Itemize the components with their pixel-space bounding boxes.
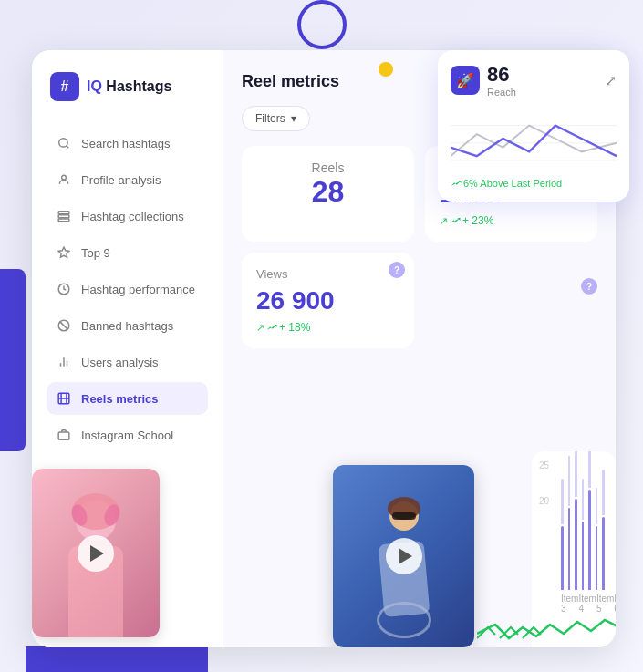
reels-label: Reels (256, 160, 399, 175)
sidebar-item-profile-label: Profile analysis (81, 173, 161, 187)
video-thumb-1[interactable] (32, 469, 160, 637)
reach-chart (451, 107, 617, 171)
sidebar-item-performance[interactable]: Hashtag performance (47, 273, 208, 305)
bar-item4-dark (568, 508, 571, 590)
school-icon (56, 427, 72, 443)
chart-info-badge[interactable]: ? (581, 278, 597, 295)
bar-group-item5 (575, 451, 577, 590)
logo-icon: # (50, 72, 79, 101)
sidebar-item-users[interactable]: Users analysis (47, 346, 208, 378)
sidebar-item-collections[interactable]: Hashtag collections (47, 200, 208, 233)
bar-item8-light (596, 488, 598, 524)
logo-text: IQ Hashtags (87, 78, 171, 95)
svg-line-9 (60, 322, 67, 329)
sidebar: # IQ Hashtags Search hashtags Profile an… (32, 50, 223, 647)
sidebar-item-banned[interactable]: Banned hashtags (47, 309, 208, 342)
play-button-1[interactable] (78, 535, 114, 572)
reach-rocket-icon: 🚀 (451, 66, 480, 95)
views-change-text: + 18% (279, 321, 310, 334)
bar-item8-dark (596, 526, 598, 590)
reels-value: 28 (256, 175, 399, 209)
svg-rect-3 (58, 212, 69, 214)
reach-line-chart (451, 107, 617, 171)
video-thumbs-sidebar (47, 455, 208, 637)
bar-item3-dark (561, 526, 564, 590)
sidebar-item-users-label: Users analysis (81, 356, 159, 369)
sidebar-logo: # IQ Hashtags (47, 72, 208, 101)
bar-item5-dark (575, 499, 577, 590)
expand-icon[interactable]: ⤢ (605, 72, 617, 89)
chart-y-labels: 25 20 (539, 460, 549, 506)
star-icon (56, 244, 72, 261)
interactions-change-text: + 23% (462, 214, 493, 227)
logo-hashtags: Hashtags (106, 78, 171, 94)
reach-icon-wrap: 🚀 86 Reach (451, 63, 516, 98)
sidebar-item-reels[interactable]: Reels metrics (47, 382, 208, 415)
views-metric-card: ? Views 26 900 + 18% (242, 253, 414, 348)
bar-group-item7 (588, 451, 591, 590)
yellow-dot (379, 62, 393, 77)
search-icon (56, 135, 72, 151)
bar-item3-light (561, 479, 564, 524)
bar-item6-dark (582, 522, 585, 590)
bar-item7-dark (588, 490, 591, 590)
green-wave-chart (477, 611, 616, 647)
sidebar-item-school-label: Instagram School (81, 429, 173, 442)
banned-icon (56, 317, 72, 334)
svg-rect-4 (58, 215, 69, 218)
bar-item9-dark (602, 517, 605, 590)
users-icon (56, 354, 72, 370)
purple-accent-left (0, 269, 26, 451)
svg-marker-6 (58, 247, 69, 257)
sidebar-item-banned-label: Banned hashtags (81, 319, 173, 333)
svg-line-1 (67, 146, 69, 149)
chevron-down-icon: ▾ (291, 112, 296, 125)
sidebar-item-school[interactable]: Instagram School (47, 419, 208, 451)
logo-iq: IQ (87, 78, 102, 94)
reels-icon (56, 390, 72, 407)
sidebar-item-reels-label: Reels metrics (81, 392, 159, 406)
bar-item5-light (575, 451, 577, 497)
sidebar-item-profile[interactable]: Profile analysis (47, 163, 208, 196)
svg-point-0 (59, 139, 67, 147)
svg-point-2 (62, 175, 67, 180)
sidebar-item-collections-label: Hashtag collections (81, 210, 184, 223)
sidebar-item-top9[interactable]: Top 9 (47, 236, 208, 269)
reach-number: 86 (487, 63, 516, 87)
y-label-20: 20 (539, 496, 549, 506)
filters-label: Filters (255, 112, 285, 125)
filters-button[interactable]: Filters ▾ (242, 106, 310, 131)
reels-metric-card: Reels 28 (242, 146, 414, 242)
reach-header: 🚀 86 Reach ⤢ (451, 63, 617, 98)
decorative-circle (297, 0, 347, 49)
bar-group-item3 (561, 479, 564, 590)
bar-item4-light (568, 456, 571, 506)
views-label: Views (256, 267, 399, 281)
bar-item7-light (588, 451, 591, 488)
views-value: 26 900 (256, 286, 399, 315)
logo-hash: # (61, 78, 69, 95)
bar-group-item6 (582, 479, 585, 590)
above-period-text: 6% Above Last Period (463, 178, 562, 189)
bar-group-item8 (596, 488, 598, 590)
reach-card: 🚀 86 Reach ⤢ 6% Above Last Period (438, 50, 629, 202)
interactions-change: + 23% (440, 214, 583, 227)
sidebar-item-search[interactable]: Search hashtags (47, 127, 208, 160)
sidebar-item-search-label: Search hashtags (81, 137, 171, 150)
bar-item9-light (602, 470, 605, 515)
play-button-2[interactable] (386, 538, 422, 574)
collections-icon (56, 208, 72, 224)
reach-value-block: 86 Reach (487, 63, 516, 98)
svg-rect-17 (58, 432, 69, 439)
profile-icon (56, 171, 72, 188)
svg-rect-5 (58, 219, 69, 222)
bar-item6-light (582, 479, 585, 520)
bar-group-item9 (602, 470, 605, 590)
views-change: + 18% (256, 321, 399, 334)
bar-chart (561, 462, 605, 590)
reach-label: Reach (487, 87, 516, 98)
views-info-badge[interactable]: ? (389, 262, 405, 278)
y-label-25: 25 (539, 460, 549, 470)
sidebar-item-top9-label: Top 9 (81, 246, 110, 260)
video-thumb-2[interactable] (333, 465, 474, 647)
